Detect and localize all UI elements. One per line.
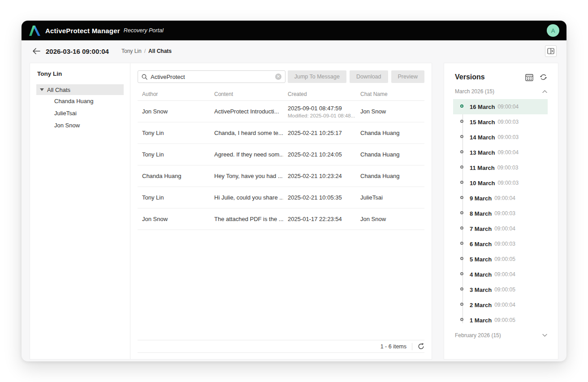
action-buttons: Jump To Message Download Preview bbox=[288, 70, 424, 83]
cell-created: 2025-02-21 10:24:05 bbox=[283, 151, 356, 158]
version-group-february[interactable]: February 2026 (15) bbox=[444, 328, 558, 342]
download-button[interactable]: Download bbox=[350, 70, 388, 83]
table-row[interactable]: Jon Snow The attached PDF is the ... 202… bbox=[138, 208, 424, 230]
version-item[interactable]: 4 March 09:00:04 bbox=[453, 267, 548, 282]
version-timeline: 16 March 09:00:04 15 March 09:00:03 14 M… bbox=[453, 99, 548, 328]
user-avatar[interactable]: A bbox=[547, 24, 559, 37]
cell-chat-name: Chanda Huang bbox=[356, 130, 424, 136]
table-row[interactable]: Tony Lin Chanda, I heard some te... 2025… bbox=[138, 122, 424, 144]
version-item[interactable]: 6 March 09:00:03 bbox=[453, 236, 548, 252]
table-row[interactable]: Tony Lin Agreed. If they need som... 202… bbox=[138, 144, 424, 165]
app-window: ActiveProtect Manager Recovery Portal A … bbox=[22, 21, 566, 361]
version-dot-icon bbox=[460, 135, 463, 138]
search-row: ✕ Jump To Message Download Preview bbox=[130, 63, 432, 87]
version-time: 09:00:05 bbox=[494, 317, 515, 323]
column-author[interactable]: Author bbox=[138, 91, 210, 97]
column-created[interactable]: Created bbox=[283, 91, 356, 97]
version-item[interactable]: 2 March 09:00:04 bbox=[453, 297, 548, 313]
version-date: 14 March bbox=[470, 134, 495, 141]
cell-author: Jon Snow bbox=[138, 216, 210, 222]
sidebar-item-chat[interactable]: Chanda Huang bbox=[30, 95, 130, 107]
version-item[interactable]: 13 March 09:00:04 bbox=[453, 145, 548, 160]
version-item[interactable]: 8 March 09:00:03 bbox=[453, 206, 548, 221]
version-date: 9 March bbox=[470, 195, 492, 202]
breadcrumb-parent[interactable]: Tony Lin bbox=[121, 48, 142, 54]
versions-header: Versions bbox=[444, 63, 558, 84]
version-time: 09:00:03 bbox=[494, 210, 515, 217]
version-group-march[interactable]: March 2026 (15) bbox=[444, 84, 558, 98]
preview-button[interactable]: Preview bbox=[391, 70, 424, 83]
version-item[interactable]: 11 March 09:00:03 bbox=[453, 160, 548, 175]
chat-name-label: Jon Snow bbox=[54, 122, 80, 129]
message-browser: ✕ Jump To Message Download Preview Autho… bbox=[130, 63, 432, 359]
version-item[interactable]: 14 March 09:00:03 bbox=[453, 130, 548, 145]
cell-content: Hi Julie, could you share ... bbox=[210, 194, 283, 201]
cell-chat-name: Jon Snow bbox=[356, 108, 424, 115]
search-box[interactable]: ✕ bbox=[138, 70, 285, 83]
created-time: 2025-02-21 10:24:05 bbox=[288, 151, 356, 158]
version-item[interactable]: 9 March 09:00:04 bbox=[453, 191, 548, 206]
chevron-up-icon bbox=[542, 90, 547, 93]
version-date: 3 March bbox=[470, 286, 492, 293]
refresh-versions-icon[interactable] bbox=[540, 74, 547, 81]
panel-toggle-icon bbox=[547, 48, 554, 54]
table-row[interactable]: Jon Snow ActiveProtect Introducti... 202… bbox=[138, 101, 424, 122]
created-time: 2025-02-21 10:05:35 bbox=[288, 194, 356, 201]
sidebar-item-chat[interactable]: Jon Snow bbox=[30, 119, 130, 131]
breadcrumb-bar: 2026-03-16 09:00:04 Tony Lin / All Chats bbox=[22, 40, 566, 62]
collapse-panel-button[interactable] bbox=[545, 45, 557, 57]
version-dot-icon bbox=[460, 120, 463, 123]
sidebar-item-all-chats[interactable]: All Chats bbox=[36, 84, 124, 95]
back-button[interactable] bbox=[32, 47, 41, 56]
version-dot-icon bbox=[460, 104, 463, 108]
created-time: 2025-01-17 22:23:54 bbox=[288, 216, 356, 222]
version-time: 09:00:04 bbox=[497, 149, 519, 156]
version-dot-icon bbox=[460, 303, 463, 306]
calendar-icon[interactable] bbox=[525, 74, 533, 81]
cell-content: ActiveProtect Introducti... bbox=[210, 108, 283, 115]
version-dot-icon bbox=[460, 287, 463, 291]
chat-sidebar: Tony Lin All Chats Chanda Huang JulieTsa… bbox=[30, 63, 130, 359]
table-row[interactable]: Tony Lin Hi Julie, could you share ... 2… bbox=[138, 187, 424, 208]
jump-to-message-button[interactable]: Jump To Message bbox=[288, 70, 346, 83]
breadcrumb: Tony Lin / All Chats bbox=[121, 48, 172, 54]
search-input[interactable] bbox=[151, 74, 272, 80]
column-chat-name[interactable]: Chat Name bbox=[356, 91, 424, 97]
chat-name-label: JulieTsai bbox=[54, 110, 77, 117]
breadcrumb-current: All Chats bbox=[148, 48, 172, 54]
version-item[interactable]: 10 March 09:00:03 bbox=[453, 175, 548, 191]
version-dot-icon bbox=[460, 318, 463, 321]
clear-search-icon[interactable]: ✕ bbox=[275, 74, 281, 80]
column-content[interactable]: Content bbox=[210, 91, 283, 97]
refresh-table-icon[interactable] bbox=[418, 343, 424, 350]
cell-created: 2025-02-21 10:25:17 bbox=[283, 130, 356, 136]
version-time: 09:00:03 bbox=[497, 119, 519, 125]
search-icon bbox=[142, 74, 147, 80]
created-time: 2025-09-01 08:47:59 bbox=[288, 105, 356, 112]
cell-author: Chanda Huang bbox=[138, 173, 210, 179]
version-item[interactable]: 7 March 09:00:04 bbox=[453, 221, 548, 236]
table-row[interactable]: Chanda Huang Hey Tony, have you had ... … bbox=[138, 165, 424, 187]
cell-created: 2025-02-21 10:05:35 bbox=[283, 194, 356, 201]
version-item[interactable]: 1 March 09:00:05 bbox=[453, 313, 548, 328]
items-count: 1 - 6 items bbox=[380, 343, 406, 350]
version-dot-icon bbox=[460, 165, 463, 169]
version-date: 2 March bbox=[470, 302, 492, 308]
owner-name: Tony Lin bbox=[30, 70, 130, 77]
version-item[interactable]: 5 March 09:00:05 bbox=[453, 252, 548, 267]
version-dot-icon bbox=[460, 181, 463, 184]
version-item[interactable]: 15 March 09:00:03 bbox=[453, 114, 548, 130]
sidebar-item-chat[interactable]: JulieTsai bbox=[30, 107, 130, 119]
version-date: 13 March bbox=[470, 149, 495, 156]
cell-content: Hey Tony, have you had ... bbox=[210, 173, 283, 179]
versions-panel: Versions bbox=[444, 63, 558, 360]
version-time: 09:00:04 bbox=[494, 195, 515, 201]
version-dot-icon bbox=[460, 272, 463, 275]
version-item[interactable]: 3 March 09:00:05 bbox=[453, 282, 548, 297]
version-date: 8 March bbox=[470, 210, 492, 217]
version-time: 09:00:04 bbox=[494, 226, 515, 232]
cell-author: Tony Lin bbox=[138, 194, 210, 201]
version-date: 4 March bbox=[470, 271, 492, 278]
chat-name-label: Chanda Huang bbox=[54, 98, 93, 104]
version-item[interactable]: 16 March 09:00:04 bbox=[453, 99, 548, 114]
